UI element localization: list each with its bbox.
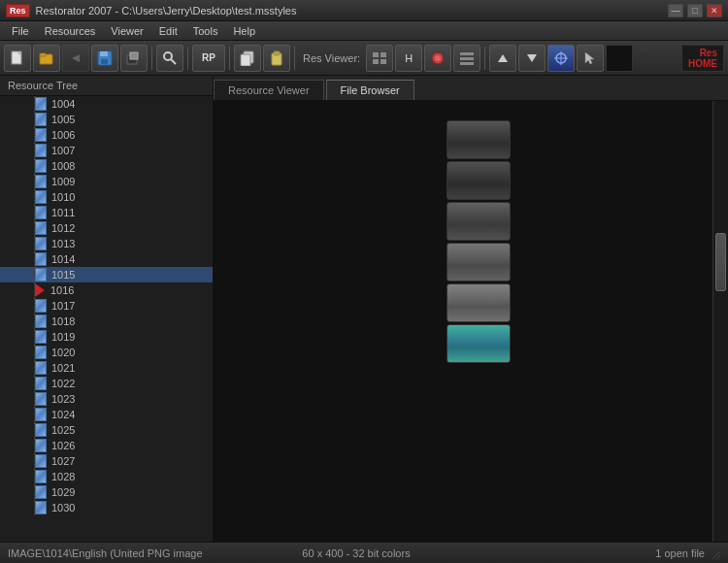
tree-row[interactable]: 1014 — [0, 251, 213, 267]
status-left: IMAGE\1014\English (United PNG image — [8, 547, 240, 559]
tree-indent-line — [19, 96, 35, 112]
svg-rect-24 — [460, 62, 474, 65]
tree-row[interactable]: 1016 — [0, 282, 213, 298]
tree-row[interactable]: 1006 — [0, 127, 213, 143]
scroll-down-button[interactable] — [518, 45, 546, 72]
tree-row-file-icon — [35, 128, 47, 142]
svg-line-31 — [712, 551, 720, 559]
tree-row-label: 1007 — [51, 145, 75, 156]
black-button[interactable] — [606, 45, 633, 72]
resize-grip-icon — [709, 547, 720, 559]
svg-point-10 — [164, 52, 172, 60]
tree-row-file-icon — [35, 268, 47, 282]
menu-item-file[interactable]: File — [4, 23, 37, 39]
open-button[interactable] — [33, 45, 60, 72]
tree-row[interactable]: 1020 — [0, 345, 213, 360]
magnify-button[interactable] — [156, 45, 183, 72]
tree-row[interactable]: 1029 — [0, 484, 213, 500]
right-panel: Resource Viewer File Browser — [214, 76, 728, 542]
maximize-button[interactable]: □ — [687, 4, 703, 17]
pointer-button[interactable] — [577, 45, 604, 72]
menu-item-viewer[interactable]: Viewer — [103, 23, 150, 39]
svg-rect-16 — [373, 52, 379, 57]
tree-indent-line — [19, 143, 35, 158]
tree-row[interactable]: 1018 — [0, 314, 213, 329]
logo-sub: HOME — [688, 58, 717, 69]
resource-tree-content[interactable]: 1004100510061007100810091010101110121013… — [0, 96, 213, 542]
view-detail-button[interactable] — [453, 45, 480, 72]
tree-row[interactable]: 1004 — [0, 96, 213, 112]
tree-row[interactable]: 1011 — [0, 205, 213, 220]
tree-row[interactable]: 1021 — [0, 360, 213, 376]
tree-row[interactable]: 1019 — [0, 329, 213, 345]
tabs-bar: Resource Viewer File Browser — [214, 76, 728, 101]
rc-button[interactable] — [424, 45, 451, 72]
menu-item-help[interactable]: Help — [225, 23, 263, 39]
tree-row-label: 1024 — [51, 409, 75, 420]
preview-btn-6 — [447, 324, 511, 363]
menu-item-edit[interactable]: Edit — [151, 23, 185, 39]
target-button[interactable] — [547, 45, 575, 72]
tree-row[interactable]: 1025 — [0, 422, 213, 438]
tree-row[interactable]: 1028 — [0, 469, 213, 484]
tree-row-file-icon — [35, 501, 47, 514]
status-right: 1 open file — [473, 547, 705, 559]
tree-row-file-icon — [35, 175, 47, 188]
svg-point-21 — [435, 55, 441, 61]
window-controls[interactable]: — □ ✕ — [668, 4, 722, 17]
export-button[interactable] — [120, 45, 148, 72]
svg-rect-23 — [460, 57, 474, 60]
save-button[interactable] — [91, 45, 118, 72]
paste-button[interactable] — [263, 45, 290, 72]
tree-row[interactable]: 1010 — [0, 189, 213, 205]
tree-row[interactable]: 1013 — [0, 236, 213, 251]
tree-row[interactable]: 1026 — [0, 438, 213, 453]
tree-indent-line — [19, 314, 35, 329]
tree-indent-line — [19, 391, 35, 407]
tree-row[interactable]: 1007 — [0, 143, 213, 158]
preview-area — [447, 120, 511, 363]
tree-indent-line — [19, 189, 35, 205]
viewer-scrollbar-thumb[interactable] — [715, 233, 726, 291]
view-list-button[interactable]: H — [395, 45, 422, 72]
rp-button[interactable]: RP — [192, 45, 225, 72]
menu-item-tools[interactable]: Tools — [185, 23, 226, 39]
tree-row-label: 1012 — [51, 222, 75, 234]
tree-row[interactable]: 1022 — [0, 376, 213, 391]
tree-row-label: 1026 — [51, 440, 75, 451]
menu-item-resources[interactable]: Resources — [37, 23, 104, 39]
tree-row-label: 1016 — [50, 284, 74, 296]
tree-row[interactable]: 1027 — [0, 453, 213, 469]
tree-indent-line — [19, 376, 35, 391]
minimize-button[interactable]: — — [668, 4, 683, 17]
toolbar-sep-4 — [294, 47, 295, 70]
tree-row-label: 1009 — [51, 176, 75, 187]
tree-row[interactable]: 1009 — [0, 174, 213, 189]
tab-file-browser[interactable]: File Browser — [326, 80, 414, 100]
tree-row[interactable]: 1023 — [0, 391, 213, 407]
tree-row[interactable]: 1030 — [0, 500, 213, 515]
tree-row-file-icon — [35, 97, 47, 111]
tree-row[interactable]: 1008 — [0, 158, 213, 174]
tree-row-label: 1019 — [51, 331, 75, 343]
tree-row-file-icon — [35, 237, 47, 250]
tree-row[interactable]: 1017 — [0, 298, 213, 314]
view-grid-button[interactable] — [366, 45, 393, 72]
tree-row[interactable]: 1024 — [0, 407, 213, 422]
tree-indent-line — [19, 500, 35, 515]
tree-row[interactable]: 1015 — [0, 267, 213, 282]
new-button[interactable] — [4, 45, 31, 72]
svg-line-32 — [716, 555, 720, 559]
tree-row[interactable]: 1005 — [0, 112, 213, 127]
copy-button[interactable] — [234, 45, 261, 72]
tree-indent-line — [19, 329, 35, 345]
tab-resource-viewer[interactable]: Resource Viewer — [214, 80, 324, 100]
tree-row-file-icon — [35, 330, 47, 344]
viewer-scrollbar[interactable] — [712, 101, 728, 542]
tree-row[interactable]: 1012 — [0, 220, 213, 236]
tree-row-label: 1028 — [51, 471, 75, 482]
scroll-up-button[interactable] — [489, 45, 516, 72]
back-button[interactable] — [62, 45, 89, 72]
toolbar-sep-3 — [229, 47, 230, 70]
close-button[interactable]: ✕ — [707, 4, 722, 17]
